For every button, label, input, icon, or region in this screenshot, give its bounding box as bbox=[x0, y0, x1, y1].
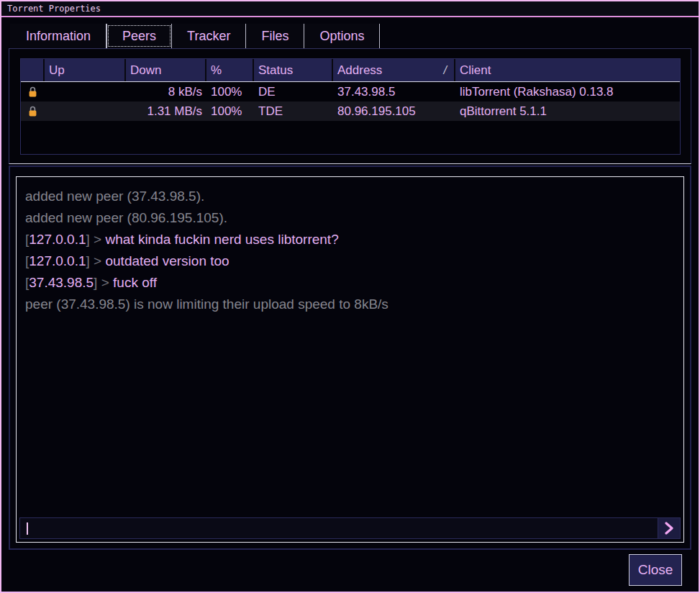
lock-icon bbox=[28, 106, 37, 117]
peer-address: 127.0.0.1 bbox=[29, 253, 86, 268]
tab-bar: Information Peers Tracker Files Options bbox=[10, 24, 691, 48]
chat-log-frame: added new peer (37.43.98.5).added new pe… bbox=[16, 176, 684, 543]
peer-address: 37.43.98.5 bbox=[29, 275, 94, 290]
chevron-right-icon bbox=[663, 522, 675, 535]
cell-up bbox=[45, 82, 126, 101]
log-message: added new peer (37.43.98.5). bbox=[25, 186, 675, 207]
peer-table: Up Down % Status Address / Client 8 kB/s bbox=[20, 58, 681, 155]
tab-information[interactable]: Information bbox=[10, 24, 106, 48]
column-header-address[interactable]: Address / bbox=[333, 59, 455, 81]
log-message: added new peer (80.96.195.105). bbox=[25, 207, 675, 229]
cell-address: 37.43.98.5 bbox=[333, 82, 455, 101]
column-header-address-label: Address bbox=[337, 63, 382, 77]
column-header-down[interactable]: Down bbox=[126, 59, 206, 81]
tab-options[interactable]: Options bbox=[304, 24, 380, 48]
cell-percent: 100% bbox=[206, 101, 254, 121]
log-message: peer (37.43.98.5) is now limiting their … bbox=[25, 294, 675, 315]
cell-status: DE bbox=[254, 82, 333, 101]
column-header-up[interactable]: Up bbox=[45, 59, 126, 81]
tab-tracker[interactable]: Tracker bbox=[172, 24, 246, 48]
peers-tab-pane: Up Down % Status Address / Client 8 kB/s bbox=[9, 48, 691, 164]
peer-table-body: 8 kB/s 100% DE 37.43.98.5 libTorrent (Ra… bbox=[21, 82, 680, 121]
tab-files[interactable]: Files bbox=[246, 24, 304, 48]
column-header-encryption[interactable] bbox=[21, 59, 45, 81]
tab-peers[interactable]: Peers bbox=[106, 24, 172, 48]
lock-icon bbox=[28, 86, 37, 98]
table-row[interactable]: 1.31 MB/s 100% TDE 80.96.195.105 qBittor… bbox=[21, 101, 680, 121]
text-caret bbox=[27, 522, 28, 535]
table-row[interactable]: 8 kB/s 100% DE 37.43.98.5 libTorrent (Ra… bbox=[21, 82, 680, 101]
cell-down: 8 kB/s bbox=[126, 82, 206, 101]
column-header-percent[interactable]: % bbox=[206, 59, 254, 81]
cell-client: qBittorrent 5.1.1 bbox=[455, 101, 680, 121]
cell-down: 1.31 MB/s bbox=[126, 101, 206, 121]
dialog-button-row: Close bbox=[9, 550, 691, 593]
cell-address: 80.96.195.105 bbox=[333, 101, 455, 121]
cell-percent: 100% bbox=[206, 82, 254, 101]
chat-input-row bbox=[19, 517, 681, 539]
window-title: Torrent Properties bbox=[7, 4, 101, 14]
title-bar[interactable]: Torrent Properties bbox=[1, 1, 699, 17]
cell-status: TDE bbox=[254, 101, 333, 121]
chat-log-panel: added new peer (37.43.98.5).added new pe… bbox=[9, 166, 691, 550]
peer-table-header: Up Down % Status Address / Client bbox=[21, 59, 680, 82]
dialog-content: Information Peers Tracker Files Options … bbox=[1, 17, 699, 593]
chat-message: [127.0.0.1] > outdated version too bbox=[25, 250, 675, 272]
chat-message: [37.43.98.5] > fuck off bbox=[25, 272, 675, 294]
message-list: added new peer (37.43.98.5).added new pe… bbox=[19, 179, 681, 517]
send-button[interactable] bbox=[658, 517, 681, 539]
column-header-client[interactable]: Client bbox=[455, 59, 680, 81]
column-header-status[interactable]: Status bbox=[254, 59, 333, 81]
torrent-properties-window: Torrent Properties Information Peers Tra… bbox=[0, 0, 700, 593]
close-button[interactable]: Close bbox=[629, 554, 682, 586]
cell-client: libTorrent (Rakshasa) 0.13.8 bbox=[455, 82, 680, 101]
chat-input[interactable] bbox=[19, 517, 658, 539]
sort-indicator-icon: / bbox=[444, 59, 447, 81]
chat-message: [127.0.0.1] > what kinda fuckin nerd use… bbox=[25, 229, 675, 250]
cell-up bbox=[45, 101, 126, 121]
peer-address: 127.0.0.1 bbox=[29, 232, 86, 247]
